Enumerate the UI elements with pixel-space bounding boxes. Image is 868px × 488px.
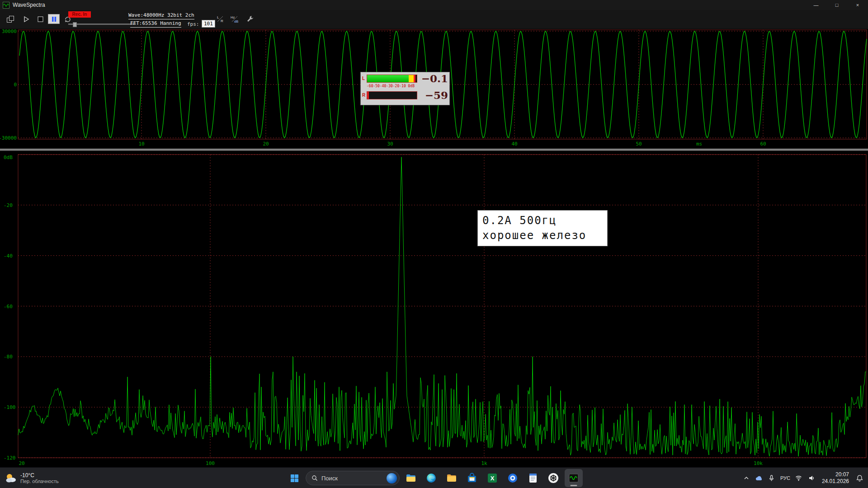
window-title: WaveSpectra	[13, 2, 45, 8]
lr-channels-icon: LR	[216, 15, 224, 23]
weather-condition: Пер. облачность	[20, 479, 59, 484]
app-icon	[3, 2, 9, 9]
play-button[interactable]	[20, 14, 32, 24]
taskbar-app-store[interactable]	[463, 469, 481, 487]
taskbar-center: Поиск X	[285, 469, 583, 487]
svg-text:R: R	[221, 19, 223, 23]
annotation-line2: хорошее железо	[482, 228, 603, 243]
taskbar-app-wavespectra[interactable]	[565, 469, 583, 487]
fps-value: 101	[202, 20, 215, 28]
spec-x-tick: 1k	[481, 460, 487, 466]
taskbar-app-excel[interactable]: X	[483, 469, 501, 487]
windows-logo-icon	[290, 474, 299, 483]
wave-x-tick: 20	[263, 141, 269, 147]
meter-yellow-segment	[409, 75, 414, 82]
close-button[interactable]: ×	[847, 0, 868, 10]
tray-microphone-button[interactable]	[766, 470, 778, 486]
maximize-button[interactable]: □	[826, 0, 847, 10]
start-button[interactable]	[285, 469, 303, 487]
meter-left-label: L	[362, 76, 367, 81]
fps-label: fps:	[187, 21, 199, 27]
system-tray: РУС 20:07 24.01.2026	[741, 468, 865, 488]
wave-y-tick: 0	[14, 82, 17, 88]
tray-chevron-button[interactable]	[741, 470, 752, 486]
search-daily-icon[interactable]	[387, 473, 397, 483]
meter-red-segment	[414, 75, 415, 82]
store-icon	[467, 473, 477, 483]
wave-x-tick: 50	[636, 141, 642, 147]
taskbar-clock[interactable]: 20:07 24.01.2026	[818, 471, 853, 485]
tray-date: 24.01.2026	[822, 478, 849, 485]
notepad-icon	[528, 473, 538, 483]
taskbar-app-file-explorer[interactable]	[402, 469, 420, 487]
spectrum-panel: 0dB-20-40-60-80-100-120201001k10k 0.2A 5…	[0, 151, 868, 467]
excel-icon: X	[487, 473, 498, 483]
cloud-icon	[755, 475, 763, 481]
fft-info: FFT:65536 Hanning	[130, 20, 181, 28]
wifi-icon	[795, 475, 802, 481]
spec-y-tick: -100	[4, 404, 16, 410]
toolbar: Rec. In Wave:48000Hz 32bit 2ch FFT:65536…	[0, 10, 868, 29]
volume-button[interactable]	[806, 470, 817, 486]
play-icon	[22, 15, 30, 23]
taskbar-search[interactable]: Поиск	[306, 471, 400, 485]
spectrum-display: 0dB-20-40-60-80-100-120201001k10k	[0, 151, 868, 467]
svg-text:dB: dB	[234, 19, 238, 23]
meter-right-value: −59	[417, 90, 448, 100]
spec-y-tick: -120	[4, 455, 16, 461]
minimize-button[interactable]: —	[806, 0, 826, 10]
hz-db-axis-button[interactable]: HzdB	[229, 14, 241, 24]
tray-onedrive-button[interactable]	[753, 470, 765, 486]
wavespectra-icon	[568, 473, 579, 483]
spec-y-tick: 0dB	[4, 155, 13, 160]
svg-text:L: L	[217, 15, 219, 19]
titlebar: WaveSpectra — □ ×	[0, 0, 868, 10]
wave-x-tick: 10	[138, 141, 144, 147]
chatgpt-icon	[548, 473, 559, 483]
wave-x-tick: 60	[760, 141, 766, 147]
spec-x-tick: 100	[206, 460, 215, 466]
waveform-panel: 300000-30000102030405060ms L −0.1 -60-50…	[0, 29, 868, 149]
wave-y-tick: 30000	[2, 29, 17, 34]
taskbar-app-edge[interactable]	[422, 469, 440, 487]
edge-icon	[426, 473, 437, 483]
copy-button[interactable]	[5, 14, 16, 24]
taskbar: -10°C Пер. облачность Поиск	[0, 467, 868, 488]
search-icon	[311, 475, 318, 481]
annotation-note: 0.2A 500гц хорошее железо	[477, 210, 608, 246]
wrench-icon	[246, 15, 254, 23]
wave-x-tick: 30	[387, 141, 393, 147]
bell-icon	[856, 475, 863, 482]
file-explorer-icon	[406, 473, 416, 483]
settings-wrench-button[interactable]	[244, 14, 256, 24]
taskbar-app-photos[interactable]	[504, 469, 522, 487]
tray-time: 20:07	[835, 471, 849, 478]
notification-bell-button[interactable]	[854, 470, 865, 486]
taskbar-app-notepad[interactable]	[524, 469, 542, 487]
spec-y-tick: -20	[4, 202, 13, 208]
rec-in-label: Rec. In	[68, 11, 91, 18]
taskbar-app-folder[interactable]	[443, 469, 461, 487]
speaker-icon	[808, 475, 815, 481]
slider-thumb[interactable]	[73, 22, 77, 27]
meter-right-sliver	[367, 92, 369, 99]
input-level-slider[interactable]	[68, 23, 136, 25]
stop-button[interactable]	[34, 14, 46, 24]
folder-icon	[446, 473, 457, 483]
taskbar-app-chatgpt[interactable]	[544, 469, 562, 487]
meter-left-value: −0.1	[417, 73, 448, 84]
microphone-icon	[768, 475, 775, 482]
wifi-button[interactable]	[793, 470, 805, 486]
level-meter-overlay[interactable]: L −0.1 -60-50-40-30-20-10 0dB R −59	[360, 72, 450, 105]
channel-lr-button[interactable]: LR	[214, 14, 226, 24]
meter-right-bar	[367, 91, 417, 99]
weather-icon	[5, 472, 17, 484]
weather-widget[interactable]: -10°C Пер. облачность	[5, 468, 59, 488]
spec-x-tick: 10k	[754, 460, 763, 466]
meter-scale: -60-50-40-30-20-10 0dB	[361, 84, 449, 89]
wave-x-tick: 40	[511, 141, 517, 147]
spec-x-tick: 20	[19, 460, 24, 466]
hz-db-icon: HzdB	[230, 15, 239, 23]
pause-button[interactable]	[48, 14, 60, 24]
language-indicator[interactable]: РУС	[778, 470, 792, 486]
